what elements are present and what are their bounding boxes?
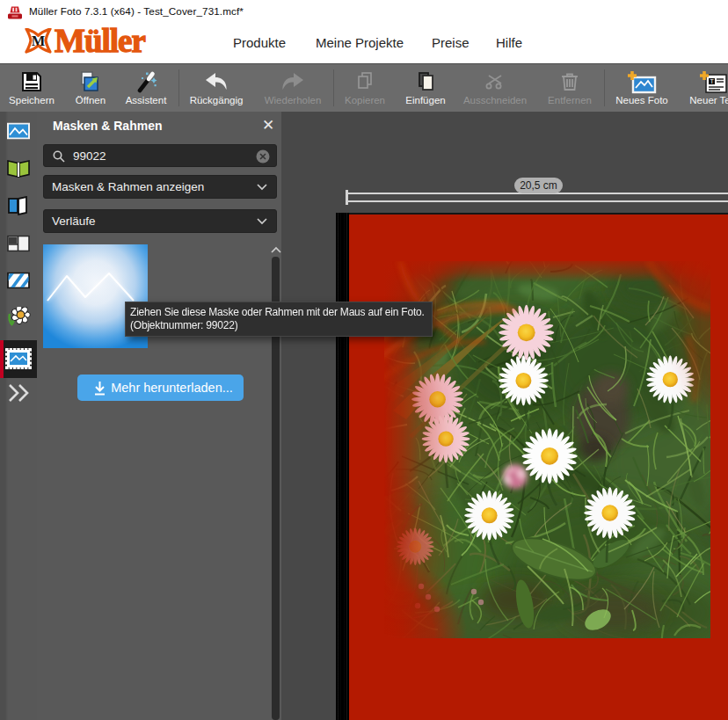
svg-text:M: M [32, 33, 46, 49]
svg-text:T: T [710, 78, 715, 84]
